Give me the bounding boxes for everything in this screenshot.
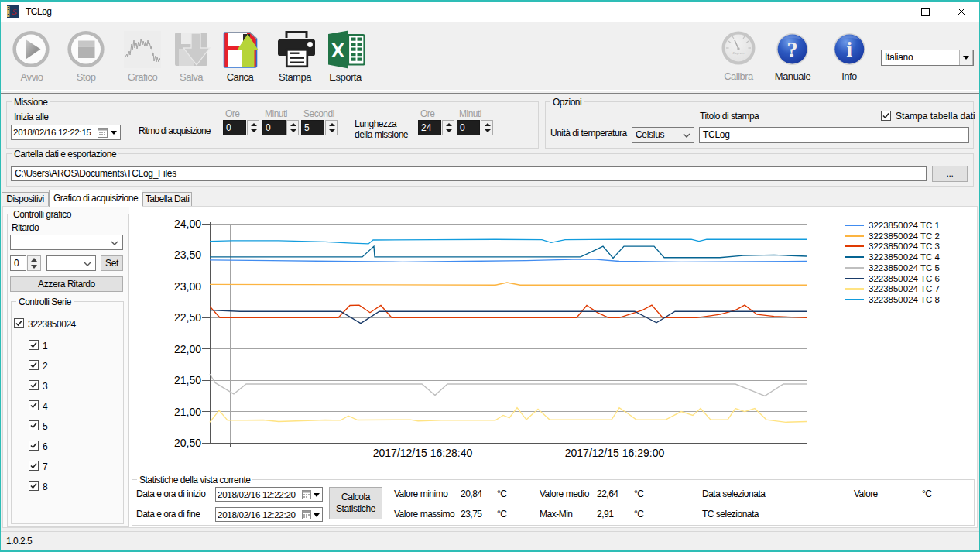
svg-text:23,50: 23,50 <box>174 249 201 261</box>
svg-text:3223850024 TC 4: 3223850024 TC 4 <box>869 252 940 262</box>
svg-text:3223850024 TC 1: 3223850024 TC 1 <box>869 221 940 230</box>
svg-text:3223850024 TC 5: 3223850024 TC 5 <box>869 263 940 273</box>
svg-text:?: ? <box>786 37 798 62</box>
svg-text:22,50: 22,50 <box>174 311 201 324</box>
svg-text:3223850024 TC 3: 3223850024 TC 3 <box>869 242 940 251</box>
svg-text:i: i <box>847 38 853 61</box>
svg-text:2017/12/15 16:29:00: 2017/12/15 16:29:00 <box>565 447 665 459</box>
svg-text:3223850024 TC 2: 3223850024 TC 2 <box>869 231 940 241</box>
svg-text:22,00: 22,00 <box>174 343 201 355</box>
svg-text:21,00: 21,00 <box>174 406 201 418</box>
svg-text:3223850024 TC 7: 3223850024 TC 7 <box>869 284 940 293</box>
svg-text:23,00: 23,00 <box>174 280 201 293</box>
svg-text:3223850024 TC 8: 3223850024 TC 8 <box>869 295 940 304</box>
svg-text:S: S <box>12 7 17 16</box>
svg-text:2017/12/15 16:28:40: 2017/12/15 16:28:40 <box>373 447 473 459</box>
svg-text:20,50: 20,50 <box>174 437 201 449</box>
svg-text:X: X <box>331 39 345 62</box>
svg-text:Degrees: Degrees <box>732 51 744 55</box>
svg-text:21,50: 21,50 <box>174 374 201 386</box>
svg-text:3223850024 TC 6: 3223850024 TC 6 <box>869 274 940 283</box>
svg-text:24,00: 24,00 <box>174 218 201 230</box>
